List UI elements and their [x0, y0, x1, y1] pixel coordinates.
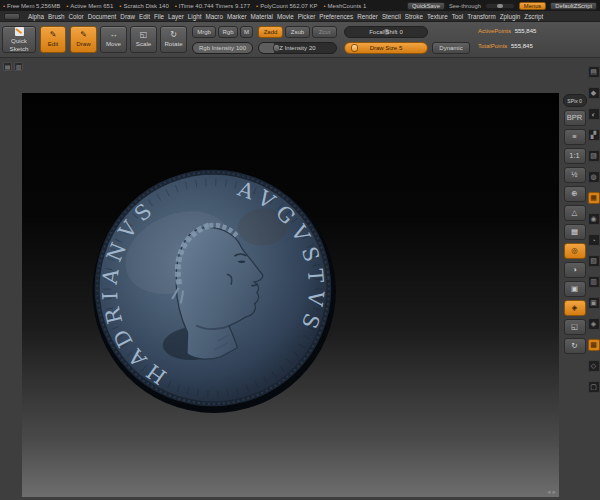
persp-button[interactable]: △ — [564, 205, 586, 221]
rotate-3d-button[interactable]: ↻ — [564, 338, 586, 354]
slider-knob[interactable] — [351, 44, 358, 52]
coin-3d-model[interactable]: HADRIANVS AVGVSTVS — [88, 163, 338, 413]
see-through-slider[interactable] — [485, 3, 515, 9]
focal-shift-slider[interactable]: Focal Shift 0 — [344, 26, 428, 38]
rotate-icon: ↻ — [170, 31, 177, 39]
scale-3d-button[interactable]: ◱ — [564, 319, 586, 335]
quick-sketch-button[interactable]: Quick Sketch — [2, 26, 36, 53]
button-icon: ◈ — [572, 304, 578, 312]
rotate-label: Rotate — [164, 40, 182, 47]
move-3d-button[interactable]: ◈ — [564, 300, 586, 316]
menu-item[interactable]: Light — [188, 13, 202, 20]
scale-mode-button[interactable]: ◱ Scale — [130, 26, 157, 53]
frame-button[interactable]: ▣ — [564, 281, 586, 297]
actual-size-button[interactable]: 1:1 — [564, 148, 586, 164]
top-shelf: Quick Sketch ✎ Edit ✎ Draw ↔ Move ◱ Scal… — [0, 22, 600, 58]
scale-icon: ◱ — [140, 31, 148, 39]
menu-item[interactable]: Render — [357, 13, 378, 20]
menu-item[interactable]: File — [154, 13, 164, 20]
zadd-button[interactable]: Zadd — [258, 26, 283, 38]
brush-icon: ✎ — [80, 31, 87, 39]
palette-icon[interactable]: ▞ — [588, 129, 600, 141]
menu-item[interactable]: Stencil — [382, 13, 401, 20]
palette-icon[interactable]: ◔ — [588, 234, 600, 246]
palette-icon[interactable]: ▩ — [588, 339, 600, 351]
see-through-label: See-through — [449, 3, 481, 9]
menu-item[interactable]: Material — [251, 13, 273, 20]
button-icon: △ — [572, 209, 578, 217]
menu-item[interactable]: Stroke — [405, 13, 423, 20]
default-zscript-button[interactable]: DefaultZScript — [550, 2, 597, 10]
nav-right-icon[interactable]: ▸ — [552, 488, 556, 496]
active-points-label: ActivePoints — [478, 28, 511, 34]
menu-item[interactable]: Zplugin — [500, 13, 521, 20]
nav-left-icon[interactable]: ◂ — [547, 488, 551, 496]
menu-item[interactable]: Movie — [277, 13, 294, 20]
menu-item[interactable]: Layer — [168, 13, 184, 20]
menu-item[interactable]: Alpha — [28, 13, 44, 20]
palette-glyph: ▢ — [590, 383, 597, 391]
menu-item[interactable]: Macro — [205, 13, 223, 20]
menu-item[interactable]: Texture — [427, 13, 448, 20]
right-shelf-buttons: BPR ≡ 1:1 ½ ⊕ △ ▦ ◎ ◑ ▣ ◈ ◱ — [564, 110, 586, 354]
z-intensity-label: Z Intensity — [279, 45, 307, 51]
scroll-button[interactable]: ≡ — [564, 129, 586, 145]
palette-icon[interactable]: ◈ — [588, 318, 600, 330]
left-tray-icon-1[interactable]: ▤ — [3, 62, 12, 71]
palette-icon[interactable]: ▤ — [588, 66, 600, 78]
palette-icon[interactable]: ▥ — [588, 276, 600, 288]
m-button[interactable]: M — [240, 26, 253, 38]
palette-glyph: ▧ — [590, 257, 597, 265]
palette-icon[interactable]: ◍ — [588, 171, 600, 183]
zoom-button[interactable]: ⊕ — [564, 186, 586, 202]
palette-icon[interactable]: ▧ — [588, 255, 600, 267]
menu-item[interactable]: Zscript — [524, 13, 543, 20]
menu-item[interactable]: Edit — [139, 13, 150, 20]
zcut-button[interactable]: Zcut — [312, 26, 337, 38]
bpr-button[interactable]: BPR — [564, 110, 586, 126]
zsub-button[interactable]: Zsub — [285, 26, 310, 38]
button-icon: ↻ — [571, 342, 577, 350]
spix-slider[interactable]: SPix 0 — [563, 94, 587, 107]
mrgb-button[interactable]: Mrgb — [192, 26, 216, 38]
stat-item: Active Mem 651 — [66, 3, 113, 9]
palette-icon[interactable]: ▢ — [588, 381, 600, 393]
document-canvas[interactable]: HADRIANVS AVGVSTVS ◂ ▸ — [22, 93, 559, 497]
palette-icon[interactable]: ◉ — [588, 213, 600, 225]
draw-size-slider[interactable]: Draw Size 5 — [344, 42, 428, 54]
slider-knob[interactable] — [497, 4, 503, 8]
quicksave-button[interactable]: QuickSave — [407, 2, 445, 10]
palette-icon[interactable]: ▣ — [588, 297, 600, 309]
menu-item[interactable]: Draw — [120, 13, 135, 20]
palette-icon[interactable]: ▦ — [588, 192, 600, 204]
palette-icon[interactable]: ◇ — [588, 360, 600, 372]
menu-item[interactable]: Marker — [227, 13, 247, 20]
move-label: Move — [106, 40, 121, 47]
rgb-intensity-slider[interactable]: Rgb Intensity 100 — [192, 42, 253, 54]
rotate-mode-button[interactable]: ↻ Rotate — [160, 26, 187, 53]
menus-button[interactable]: Menus — [519, 2, 546, 10]
local-button[interactable]: ◎ — [564, 243, 586, 259]
rgb-button[interactable]: Rgb — [218, 26, 238, 38]
menu-item[interactable]: Color — [69, 13, 84, 20]
palette-icon[interactable]: ◆ — [588, 87, 600, 99]
menu-item[interactable]: Document — [88, 13, 117, 20]
palette-glyph: ▞ — [591, 131, 596, 139]
palette-icon[interactable]: ◐ — [588, 108, 600, 120]
z-intensity-slider[interactable]: Z Intensity 20 — [258, 42, 337, 54]
palette-icon[interactable]: ▨ — [588, 150, 600, 162]
dynamic-button[interactable]: Dynamic — [432, 42, 470, 54]
menu-item[interactable]: Preferences — [319, 13, 353, 20]
left-tray-icon-2[interactable]: ▥ — [14, 62, 23, 71]
aahalf-button[interactable]: ½ — [564, 167, 586, 183]
lsym-button[interactable]: ◑ — [564, 262, 586, 278]
draw-mode-button[interactable]: ✎ Draw — [70, 26, 97, 53]
floor-button[interactable]: ▦ — [564, 224, 586, 240]
menu-item[interactable]: Brush — [48, 13, 64, 20]
palette-glyph: ◉ — [590, 215, 596, 223]
menu-item[interactable]: Tool — [452, 13, 464, 20]
edit-button[interactable]: ✎ Edit — [40, 26, 66, 53]
move-mode-button[interactable]: ↔ Move — [100, 26, 127, 53]
menu-item[interactable]: Transform — [467, 13, 495, 20]
menu-item[interactable]: Picker — [298, 13, 316, 20]
